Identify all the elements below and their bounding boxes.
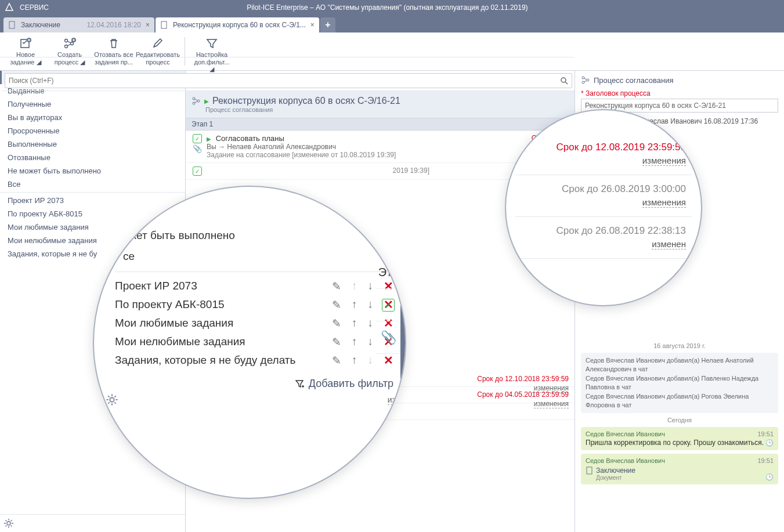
service-menu[interactable]: СЕРВИС xyxy=(20,3,49,12)
play-icon: ▶ xyxy=(204,98,209,104)
create-process-button[interactable]: Создать процесс ◢ xyxy=(49,35,91,68)
delete-icon[interactable]: ✕ xyxy=(384,353,393,367)
process-icon xyxy=(581,75,590,85)
right-header: Процесс согласования xyxy=(594,76,673,85)
filter-item[interactable]: Полученные xyxy=(0,97,185,111)
task-row[interactable]: ✓ 📎 ▶ Согласовать планы Вы → Нелаев Анат… xyxy=(186,131,575,163)
deadline-row: Срок до 26.08.2019 3:00:00изменения xyxy=(515,175,692,217)
chat-system-msg: Седов Вячеслав Иванович добавил(а) Нелае… xyxy=(581,353,778,413)
changes-link[interactable]: изменения xyxy=(642,155,686,166)
funnel-plus-icon xyxy=(295,379,305,389)
chat-panel: 16 августа 2019 г. Седов Вячеслав Иванов… xyxy=(581,339,778,527)
msg-doc-sub: Документ xyxy=(596,475,774,481)
custom-filter-row[interactable]: Мои нелюбимые задания✎↑↓✕ xyxy=(115,332,393,351)
arrow-down-icon[interactable]: ↓ xyxy=(368,335,374,348)
window-title: Pilot-ICE Enterprise – АО "Системы управ… xyxy=(49,3,784,12)
msg-text: Пришла корректировка по сроку. Прошу озн… xyxy=(586,439,774,447)
clock-icon: 🕒 xyxy=(765,473,774,481)
tab-1[interactable]: Реконструкция корпуса 60 в осях С-Э/1...… xyxy=(156,17,319,32)
doc-icon xyxy=(586,466,594,475)
stage-header: Этап 1 xyxy=(186,118,575,131)
add-filter-button[interactable]: Добавить фильтр xyxy=(106,378,393,390)
filter-item[interactable]: Все xyxy=(0,178,185,191)
pencil-icon[interactable]: ✎ xyxy=(332,354,341,367)
task-name: Согласовать планы xyxy=(216,134,284,143)
arrow-up-icon[interactable]: ↑ xyxy=(352,335,357,348)
new-task-button[interactable]: Новое задание ◢ xyxy=(5,35,46,68)
clip-icon: 📎 xyxy=(193,144,202,153)
clock-icon: 🕒 xyxy=(765,439,774,447)
filter-item[interactable]: Проект ИР 2073 xyxy=(0,194,185,207)
pencil-icon[interactable]: ✎ xyxy=(332,335,341,349)
chat-message[interactable]: Седов Вячеслав Иванович 19:51 Пришла кор… xyxy=(581,427,778,450)
msg-author: Седов Вячеслав Иванович xyxy=(586,457,774,464)
search-icon[interactable] xyxy=(560,77,568,85)
process-icon xyxy=(63,37,76,50)
gear-button[interactable] xyxy=(0,514,185,532)
task-deadline: Срок до 04.05.2018 23:59:59 xyxy=(477,390,569,399)
svg-point-17 xyxy=(110,398,114,402)
pencil-icon[interactable]: ✎ xyxy=(332,317,341,330)
custom-filter-row[interactable]: Проект ИР 2073✎↑↓✕ xyxy=(115,277,393,295)
filter-item[interactable]: Отозванные xyxy=(0,151,185,164)
close-icon[interactable]: × xyxy=(146,21,150,29)
svg-point-15 xyxy=(587,79,589,81)
trash-icon xyxy=(107,37,120,50)
tab-label: Заключение xyxy=(21,21,82,29)
msg-time: 19:51 xyxy=(757,457,774,464)
svg-point-6 xyxy=(71,42,74,45)
custom-filter-row[interactable]: Мои любимые задания✎↑↓✕ xyxy=(115,314,393,332)
tab-0[interactable]: Заключение 12.04.2016 18:20 × xyxy=(3,17,154,32)
changes-link[interactable]: изменения xyxy=(642,197,686,208)
search-input[interactable] xyxy=(9,77,560,85)
msg-time: 19:51 xyxy=(757,430,774,437)
side-clip: 📎 xyxy=(376,321,400,354)
arrow-down-icon[interactable]: ↓ xyxy=(368,317,374,330)
task-desc: Задание на согласование [изменение от 10… xyxy=(207,151,569,159)
msg-author: Седов Вячеслав Иванович xyxy=(586,430,774,437)
process-header: ▶ Реконструкция корпуса 60 в осях С-Э/16… xyxy=(186,91,575,118)
tab-label: Реконструкция корпуса 60 в осях С-Э/1... xyxy=(173,21,306,29)
svg-rect-16 xyxy=(587,467,592,474)
doc-icon xyxy=(160,21,168,29)
filter-item[interactable]: Выполненные xyxy=(0,137,185,151)
custom-filter-row[interactable]: По проекту АБК-8015✎↑↓✕ xyxy=(115,295,393,314)
tab-bar: Заключение 12.04.2016 18:20 × Реконструк… xyxy=(0,15,784,32)
arrow-up-icon[interactable]: ↑ xyxy=(352,298,357,311)
process-title: Реконструкция корпуса 60 в осях С-Э/16-2… xyxy=(212,96,400,106)
filter-item[interactable]: Вы в аудиторах xyxy=(0,111,185,124)
arrow-up-icon[interactable]: ↑ xyxy=(352,317,357,330)
doc-icon xyxy=(8,21,16,29)
new-tab-button[interactable]: + xyxy=(320,17,335,32)
chat-date: 16 августа 2019 г. xyxy=(581,342,778,349)
chat-date: Сегодня xyxy=(581,417,778,424)
arrow-down-icon[interactable]: ↓ xyxy=(368,354,374,367)
changes-link[interactable]: изменен xyxy=(652,239,686,249)
filter-settings-button[interactable]: Настройка доп.фильт... ◢ xyxy=(191,35,233,68)
process-icon xyxy=(192,96,201,106)
chat-message[interactable]: Седов Вячеслав Иванович 19:51 Заключение… xyxy=(581,454,778,484)
filter-item[interactable]: Не может быть выполнено xyxy=(0,164,185,178)
custom-filter-row[interactable]: Задания, которые я не буду делать✎↑↓✕ xyxy=(115,351,393,370)
funnel-icon xyxy=(205,37,218,50)
close-icon[interactable]: × xyxy=(310,21,315,29)
msg-doc[interactable]: Заключение xyxy=(586,466,774,475)
svg-rect-0 xyxy=(9,21,15,28)
arrow-down-icon[interactable]: ↓ xyxy=(368,298,374,311)
arrow-up-icon[interactable]: ↑ xyxy=(352,280,357,292)
tab-date: 12.04.2016 18:20 xyxy=(87,21,141,29)
edit-process-button[interactable]: Редактировать процесс xyxy=(137,35,179,68)
side-chk: ✓ xyxy=(376,289,400,321)
revoke-button[interactable]: Отозвать все задания пр... xyxy=(93,35,135,68)
filter-item[interactable]: Просроченные xyxy=(0,124,185,137)
pencil-icon[interactable]: ✎ xyxy=(332,280,341,293)
svg-point-8 xyxy=(7,522,10,525)
toolbar: Новое задание ◢ Создать процесс ◢ Отозва… xyxy=(0,32,784,71)
arrow-down-icon[interactable]: ↓ xyxy=(368,280,374,292)
gear-icon[interactable] xyxy=(106,393,393,406)
toolbar-separator xyxy=(185,37,185,66)
pencil-icon[interactable]: ✎ xyxy=(332,298,341,312)
arrow-up-icon[interactable]: ↑ xyxy=(352,354,357,367)
deadline-row: Срок до 12.08.2019 23:59:59изменения xyxy=(515,133,692,175)
magnifier-deadlines: Срок до 12.08.2019 23:59:59измененияСрок… xyxy=(505,109,702,306)
